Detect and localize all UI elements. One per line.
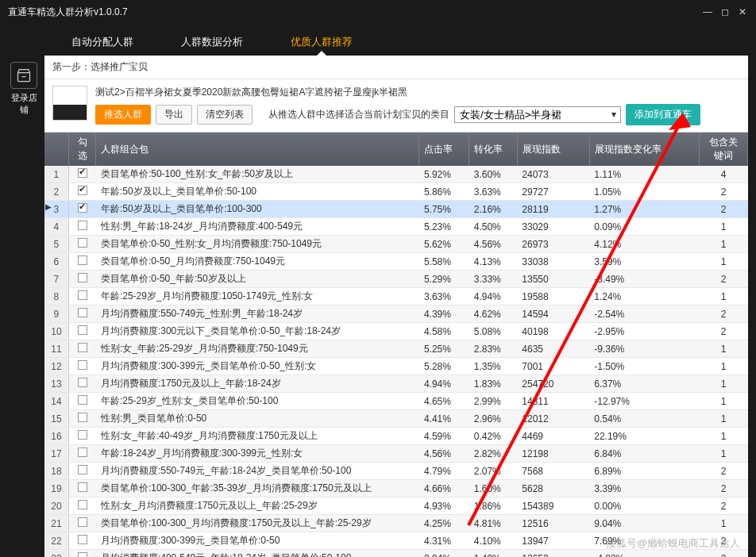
table-row[interactable]: 23月均消费额度:400-549元_年龄:18-24岁_类目笔单价:50-100… [44,550,748,558]
table-row[interactable]: 5类目笔单价:0-50_性别:女_月均消费额度:750-1049元5.62%4.… [44,236,748,253]
row-checkbox-cell[interactable] [68,463,96,480]
table-row[interactable]: 2年龄:50岁及以上_类目笔单价:50-1005.86%3.63%297271.… [44,183,748,201]
table-row[interactable]: 13月均消费额度:1750元及以上_年龄:18-24岁4.94%1.83%254… [44,375,748,393]
table-row[interactable]: 7类目笔单价:0-50_年龄:50岁及以上5.29%3.33%13550-3.4… [44,271,748,288]
checkbox-icon[interactable] [78,482,87,492]
col-ctr[interactable]: 点击率 [419,133,469,166]
checkbox-icon[interactable] [78,238,87,248]
checkbox-icon[interactable] [78,552,87,557]
row-impr: 13550 [517,271,589,288]
col-impr[interactable]: 展现指数 [517,133,589,166]
add-to-ztc-button[interactable]: 添加到直通车 [626,104,700,125]
row-checkbox-cell[interactable] [68,323,96,340]
checkbox-icon[interactable] [78,343,87,352]
table-row[interactable]: 22月均消费额度:300-399元_类目笔单价:0-504.31%4.10%13… [44,532,748,550]
checkbox-icon[interactable] [78,203,87,213]
product-bar: 测试2>百褶半身裙女夏季2020新款高腰包臀短裙A字遮胯裙子显瘦jk半裙黑 推选… [44,79,748,133]
row-checkbox-cell[interactable] [68,550,96,558]
recommend-button[interactable]: 推选人群 [95,105,151,125]
row-checkbox-cell[interactable] [68,218,96,236]
row-combo: 年龄:18-24岁_月均消费额度:300-399元_性别:女 [96,445,419,463]
table-row[interactable]: 1类目笔单价:50-100_性别:女_年龄:50岁及以上5.92%3.60%24… [44,166,748,183]
clear-list-button[interactable]: 清空列表 [197,105,253,125]
col-keywords[interactable]: 包含关键词 [700,133,748,166]
action-row: 推选人群 导出 清空列表 从推选人群中选择适合当前计划宝贝的类目 添加到直通车 [95,104,740,125]
table-row[interactable]: 8年龄:25-29岁_月均消费额度:1050-1749元_性别:女3.63%4.… [44,288,748,305]
product-thumbnail[interactable] [52,86,87,121]
tab-data-analysis[interactable]: 人群数据分析 [157,27,267,56]
tab-auto-assign[interactable]: 自动分配人群 [48,27,157,56]
row-checkbox-cell[interactable] [68,410,96,428]
checkbox-icon[interactable] [78,430,87,440]
row-checkbox-cell[interactable] [68,253,96,271]
table-row[interactable]: 9月均消费额度:550-749元_性别:男_年龄:18-24岁4.39%4.62… [44,305,748,323]
maximize-icon[interactable]: ◻ [719,6,731,17]
data-table-wrap[interactable]: 勾选 人群组合包 点击率 转化率 展现指数 展现指数变化率 包含关键词 1类目笔… [44,133,748,557]
table-row[interactable]: 3年龄:50岁及以上_类目笔单价:100-3005.75%2.16%281191… [44,201,748,218]
checkbox-icon[interactable] [78,273,87,282]
minimize-icon[interactable]: — [702,6,713,17]
row-checkbox-cell[interactable] [68,445,96,463]
store-login-icon[interactable] [10,62,37,89]
checkbox-icon[interactable] [78,395,87,405]
row-checkbox-cell[interactable] [68,497,96,515]
row-checkbox-cell[interactable] [68,358,96,375]
table-row[interactable]: 20性别:女_月均消费额度:1750元及以上_年龄:25-29岁4.93%1.8… [44,497,748,515]
checkbox-icon[interactable] [78,168,87,178]
checkbox-icon[interactable] [78,413,87,422]
checkbox-icon[interactable] [78,308,87,317]
row-checkbox-cell[interactable] [68,375,96,393]
close-icon[interactable]: ✕ [737,6,748,17]
table-row[interactable]: 16性别:女_年龄:40-49岁_月均消费额度:1750元及以上4.59%0.4… [44,428,748,445]
row-checkbox-cell[interactable] [68,428,96,445]
row-combo: 类目笔单价:0-50_性别:女_月均消费额度:750-1049元 [96,236,419,253]
table-row[interactable]: 21类目笔单价:100-300_月均消费额度:1750元及以上_年龄:25-29… [44,515,748,532]
checkbox-icon[interactable] [78,186,87,195]
row-checkbox-cell[interactable] [68,288,96,305]
row-checkbox-cell[interactable] [68,305,96,323]
row-combo: 月均消费额度:300-399元_类目笔单价:0-50_性别:女 [96,358,419,375]
row-checkbox-cell[interactable] [68,183,96,201]
row-cvr: 1.86% [469,497,518,515]
checkbox-icon[interactable] [78,255,87,265]
row-checkbox-cell[interactable] [68,201,96,218]
row-checkbox-cell[interactable] [68,166,96,183]
row-ctr: 4.66% [419,480,469,497]
category-select[interactable] [454,106,621,123]
checkbox-icon[interactable] [78,465,87,474]
checkbox-icon[interactable] [78,325,87,335]
row-cvr: 1.83% [469,375,518,393]
checkbox-icon[interactable] [78,517,87,527]
col-cvr[interactable]: 转化率 [469,133,518,166]
table-row[interactable]: 18月均消费额度:550-749元_年龄:18-24岁_类目笔单价:50-100… [44,463,748,480]
checkbox-icon[interactable] [78,360,87,370]
row-checkbox-cell[interactable] [68,236,96,253]
checkbox-icon[interactable] [78,448,87,457]
table-row[interactable]: 14年龄:25-29岁_性别:女_类目笔单价:50-1004.65%2.99%1… [44,393,748,410]
tab-quality-recommend[interactable]: 优质人群推荐 [267,27,376,56]
row-checkbox-cell[interactable] [68,480,96,497]
checkbox-icon[interactable] [78,500,87,509]
table-row[interactable]: 4性别:男_年龄:18-24岁_月均消费额度:400-549元5.23%4.50… [44,218,748,236]
table-row[interactable]: 6类目笔单价:0-50_月均消费额度:750-1049元5.58%4.13%33… [44,253,748,271]
checkbox-icon[interactable] [78,535,87,544]
table-row[interactable]: 17年龄:18-24岁_月均消费额度:300-399元_性别:女4.56%2.8… [44,445,748,463]
row-checkbox-cell[interactable] [68,340,96,358]
checkbox-icon[interactable] [78,221,87,230]
col-impr-change[interactable]: 展现指数变化率 [589,133,700,166]
table-row[interactable]: 10月均消费额度:300元以下_类目笔单价:0-50_年龄:18-24岁4.58… [44,323,748,340]
row-checkbox-cell[interactable] [68,271,96,288]
row-number: 7 [44,271,68,288]
table-row[interactable]: 15性别:男_类目笔单价:0-504.41%2.96%120120.54%1 [44,410,748,428]
export-button[interactable]: 导出 [156,105,192,125]
table-row[interactable]: 19类目笔单价:100-300_年龄:35-39岁_月均消费额度:1750元及以… [44,480,748,497]
row-checkbox-cell[interactable] [68,515,96,532]
table-row[interactable]: 11性别:女_年龄:25-29岁_月均消费额度:750-1049元5.25%2.… [44,340,748,358]
checkbox-icon[interactable] [78,290,87,300]
col-combo[interactable]: 人群组合包 [96,133,419,166]
col-check[interactable]: 勾选 [68,133,96,166]
table-row[interactable]: 12月均消费额度:300-399元_类目笔单价:0-50_性别:女5.28%1.… [44,358,748,375]
checkbox-icon[interactable] [78,378,87,387]
row-checkbox-cell[interactable] [68,532,96,550]
row-checkbox-cell[interactable] [68,393,96,410]
